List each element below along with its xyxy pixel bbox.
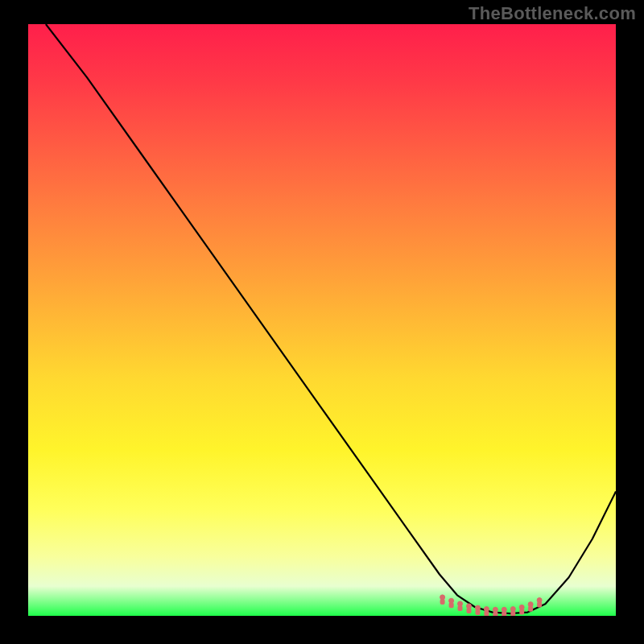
bottleneck-curve (46, 24, 616, 613)
scatter-dot (484, 607, 489, 612)
scatter-dot (510, 607, 515, 612)
scatter-dot (458, 601, 463, 606)
scatter-dot (537, 598, 542, 603)
scatter-dot (528, 602, 533, 607)
plot-area (28, 24, 616, 616)
scatter-dot (502, 607, 506, 612)
scatter-dot (449, 598, 454, 603)
scatter-dot (467, 604, 472, 609)
curve-svg (28, 24, 616, 616)
scatter-dot (493, 607, 497, 612)
watermark-text: TheBottleneck.com (469, 3, 636, 24)
scatter-dot (440, 595, 445, 600)
chart-frame: TheBottleneck.com (0, 0, 644, 644)
scatter-dot (519, 605, 524, 609)
scatter-dot (476, 605, 481, 610)
